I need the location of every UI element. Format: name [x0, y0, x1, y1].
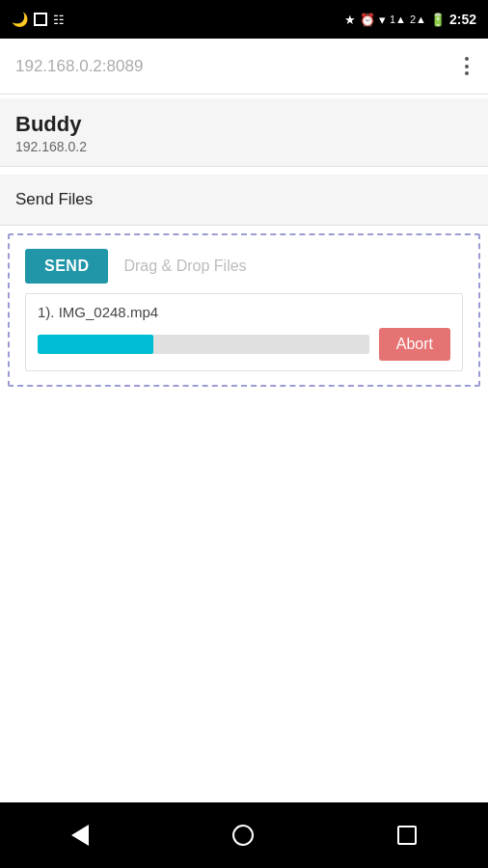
signal1-icon: 1▲: [390, 14, 406, 25]
signal2-icon: 2▲: [410, 14, 426, 25]
recents-button[interactable]: [397, 826, 417, 845]
progress-row: Abort: [38, 328, 450, 361]
file-transfer-item: 1). IMG_0248.mp4 Abort: [25, 293, 463, 371]
send-files-section: Send Files: [0, 175, 488, 226]
progress-bar-fill: [38, 335, 153, 354]
android-icon: ☷: [53, 13, 65, 27]
nav-bar: [0, 802, 488, 868]
back-button[interactable]: [71, 825, 89, 846]
wifi-icon: ▾: [379, 13, 386, 27]
home-button[interactable]: [232, 825, 254, 846]
alarm-icon: ⏰: [360, 13, 375, 27]
status-bar: 🌙 ☷ ★ ⏰ ▾ 1▲ 2▲ 🔋 2:52: [0, 0, 488, 39]
more-options-button[interactable]: [461, 53, 473, 79]
status-bar-left: 🌙 ☷: [12, 12, 65, 27]
star-icon: ★: [344, 13, 356, 27]
moon-icon: 🌙: [12, 12, 28, 27]
status-time: 2:52: [449, 12, 476, 27]
home-icon: [232, 825, 254, 846]
buddy-ip: 192.168.0.2: [15, 139, 473, 154]
buddy-section: Buddy 192.168.0.2: [0, 98, 488, 167]
buddy-name: Buddy: [15, 112, 473, 137]
square-icon: [34, 13, 47, 26]
send-files-label: Send Files: [15, 190, 93, 208]
file-name: 1). IMG_0248.mp4: [38, 304, 450, 320]
back-icon: [71, 825, 89, 846]
drop-zone: SEND Drag & Drop Files 1). IMG_0248.mp4 …: [8, 233, 480, 387]
abort-button[interactable]: Abort: [379, 328, 450, 361]
progress-bar-container: [38, 335, 369, 354]
drop-zone-header: SEND Drag & Drop Files: [25, 249, 463, 284]
status-bar-right: ★ ⏰ ▾ 1▲ 2▲ 🔋 2:52: [344, 12, 476, 27]
url-address: 192.168.0.2:8089: [15, 57, 143, 76]
recents-icon: [397, 826, 417, 845]
drag-drop-text: Drag & Drop Files: [123, 258, 246, 275]
battery-icon: 🔋: [430, 13, 446, 27]
send-button[interactable]: SEND: [25, 249, 108, 284]
url-bar: 192.168.0.2:8089: [0, 39, 488, 95]
